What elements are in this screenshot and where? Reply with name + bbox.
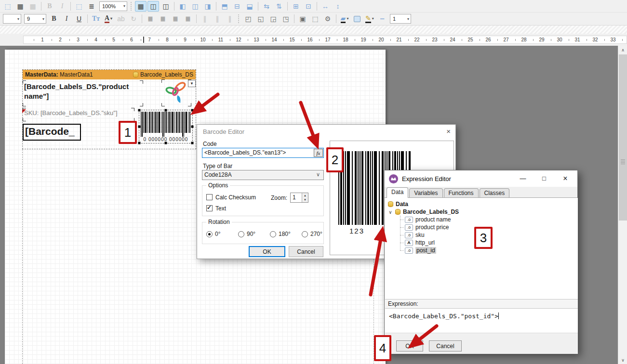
- align-right-edges-icon[interactable]: ◨: [202, 1, 213, 12]
- tree-field-product-price[interactable]: .0product price: [405, 223, 449, 231]
- font-color-icon[interactable]: A▾: [103, 13, 114, 24]
- fit-to-grid-icon[interactable]: ◫: [160, 1, 172, 12]
- align-horizontal-centers-icon[interactable]: ◫: [189, 1, 201, 12]
- expression-textarea[interactable]: <Barcode_Labels_DS."post_id">: [385, 309, 578, 333]
- align-text-center-icon[interactable]: ≣: [157, 13, 169, 24]
- align-text-left-icon[interactable]: ≣: [145, 13, 156, 24]
- bold-disabled-icon[interactable]: B: [44, 1, 55, 12]
- tree-field-sku[interactable]: .0sku: [405, 231, 425, 239]
- underline-icon[interactable]: U: [73, 13, 85, 24]
- rotation-radio-270deg[interactable]: 270°: [302, 231, 322, 237]
- align-top-edges-icon[interactable]: ⬒: [219, 1, 230, 12]
- show-grid-icon[interactable]: ▦: [14, 1, 26, 12]
- close-window-button[interactable]: ×: [556, 170, 574, 186]
- align-left-edges-icon[interactable]: ◧: [177, 1, 188, 12]
- minimize-button[interactable]: —: [514, 170, 532, 186]
- center-horizontally-in-band-icon[interactable]: ⊞: [290, 1, 302, 12]
- tab-functions[interactable]: Functions: [444, 188, 479, 197]
- selection-handle[interactable]: [138, 142, 141, 144]
- tree-node-datasource[interactable]: ∨Barcode_Labels_DS: [388, 208, 459, 216]
- close-icon[interactable]: ×: [446, 127, 451, 135]
- selection-handle[interactable]: [191, 126, 194, 128]
- scroll-up-icon[interactable]: ∧: [618, 46, 627, 54]
- fill-color-icon[interactable]: ▰▾: [339, 13, 350, 24]
- zoom-select[interactable]: 100%▾: [99, 1, 127, 11]
- type-of-bar-select[interactable]: Code128A ∨: [202, 170, 324, 180]
- chevron-expanded-icon[interactable]: ∨: [388, 209, 393, 215]
- tree-node-data[interactable]: Data: [388, 200, 408, 208]
- highlight-icon[interactable]: ab: [115, 13, 127, 24]
- scroll-down-icon[interactable]: ∨: [618, 356, 627, 364]
- spin-down-icon[interactable]: ▼: [302, 197, 308, 202]
- align-text-bottom-icon[interactable]: ∥: [224, 13, 236, 24]
- background-color-icon[interactable]: [351, 13, 363, 24]
- selection-handle[interactable]: [138, 126, 141, 128]
- text-style-icon[interactable]: Tт: [90, 13, 102, 24]
- italic-icon[interactable]: I: [61, 13, 72, 24]
- barcode-text-object[interactable]: [Barcode_: [23, 124, 81, 141]
- tree-field-post_id[interactable]: .0post_id: [405, 247, 436, 254]
- all-borders-icon[interactable]: ▣: [297, 13, 308, 24]
- vertical-scrollbar[interactable]: ∧ ∨: [618, 46, 627, 364]
- logo-picture-object[interactable]: [163, 81, 190, 105]
- align-bottom-edges-icon[interactable]: ⬓: [244, 1, 255, 12]
- rotation-radio-0deg[interactable]: 0°: [206, 231, 220, 237]
- zoom-spinner[interactable]: 1 ▲ ▼: [290, 193, 308, 203]
- page-options-icon[interactable]: ≣: [86, 1, 97, 12]
- scrollbar-thumb[interactable]: [619, 54, 627, 221]
- code-input[interactable]: <Barcode_Labels_DS."ean13"> fx: [202, 148, 324, 158]
- rotation-radio-180deg[interactable]: 180°: [270, 231, 291, 237]
- line-color-icon[interactable]: ✎▾: [364, 13, 375, 24]
- line-style-icon[interactable]: ┉: [376, 13, 388, 24]
- same-width-icon[interactable]: ↔: [320, 1, 331, 12]
- italic-disabled-icon[interactable]: I: [56, 1, 68, 12]
- smart-tag-dropdown[interactable]: ▼: [188, 80, 196, 87]
- selection-handle[interactable]: [138, 109, 141, 112]
- calc-checksum-checkbox[interactable]: [206, 194, 213, 200]
- border-left-icon[interactable]: ◲: [267, 13, 279, 24]
- grid-toggle-icon[interactable]: ▦: [135, 1, 147, 12]
- justify-text-icon[interactable]: ≣: [182, 13, 194, 24]
- selection-handle[interactable]: [191, 142, 194, 144]
- masterdata-band-header[interactable]: MasterData: MasterData1 Barcode_Labels_D…: [23, 70, 196, 79]
- line-width-select[interactable]: 1▾: [390, 14, 411, 24]
- tree-field-http_url[interactable]: Ahttp_url: [405, 239, 435, 247]
- snap-to-grid-icon[interactable]: ◫: [147, 1, 159, 12]
- product-name-text-object[interactable]: [Barcode_Labels_DS."product name"]: [24, 82, 142, 105]
- expression-fx-button[interactable]: fx: [314, 149, 323, 157]
- tab-data[interactable]: Data: [387, 187, 408, 198]
- font-size-select[interactable]: 9▾: [24, 14, 46, 24]
- rotation-radio-90deg[interactable]: 90°: [238, 231, 255, 237]
- tree-field-product-name[interactable]: .0product name: [405, 216, 451, 223]
- center-vertically-in-band-icon[interactable]: ⊡: [303, 1, 314, 12]
- cancel-button[interactable]: Cancel: [289, 246, 323, 257]
- selection-handle[interactable]: [191, 109, 194, 112]
- align-text-middle-icon[interactable]: ∥: [212, 13, 223, 24]
- selection-handle[interactable]: [165, 109, 167, 112]
- no-borders-icon[interactable]: ⬚: [309, 13, 321, 24]
- bold-icon[interactable]: B: [48, 13, 60, 24]
- border-bottom-icon[interactable]: ◱: [255, 13, 267, 24]
- sku-text-object[interactable]: SKU: [Barcode_Labels_DS."sku"]: [24, 109, 133, 120]
- edit-bands-icon[interactable]: ⬚: [2, 1, 13, 12]
- tab-variables[interactable]: Variables: [409, 188, 442, 197]
- align-vertical-centers-icon[interactable]: ⊟: [231, 1, 243, 12]
- object-properties-icon[interactable]: ⬚: [73, 1, 85, 12]
- tab-classes[interactable]: Classes: [480, 188, 510, 197]
- expression-cancel-button[interactable]: Cancel: [429, 340, 462, 351]
- font-name-select[interactable]: ▾: [3, 14, 21, 24]
- ok-button[interactable]: OK: [249, 246, 285, 257]
- expression-ok-button[interactable]: OK: [396, 340, 423, 351]
- selection-handle[interactable]: [165, 142, 167, 144]
- border-right-icon[interactable]: ◳: [280, 13, 292, 24]
- align-text-top-icon[interactable]: ∥: [199, 13, 211, 24]
- same-height-icon[interactable]: ↕: [332, 1, 344, 12]
- align-text-right-icon[interactable]: ≣: [170, 13, 181, 24]
- border-properties-icon[interactable]: ⚙: [322, 13, 334, 24]
- text-checkbox[interactable]: ✓: [206, 205, 213, 211]
- space-vertically-icon[interactable]: ⇅: [273, 1, 285, 12]
- space-horizontally-icon[interactable]: ⇆: [261, 1, 272, 12]
- align-to-grid-icon[interactable]: ▦: [27, 1, 39, 12]
- barcode-object[interactable]: 0 000000 000000: [139, 110, 193, 143]
- border-top-icon[interactable]: ◰: [242, 13, 254, 24]
